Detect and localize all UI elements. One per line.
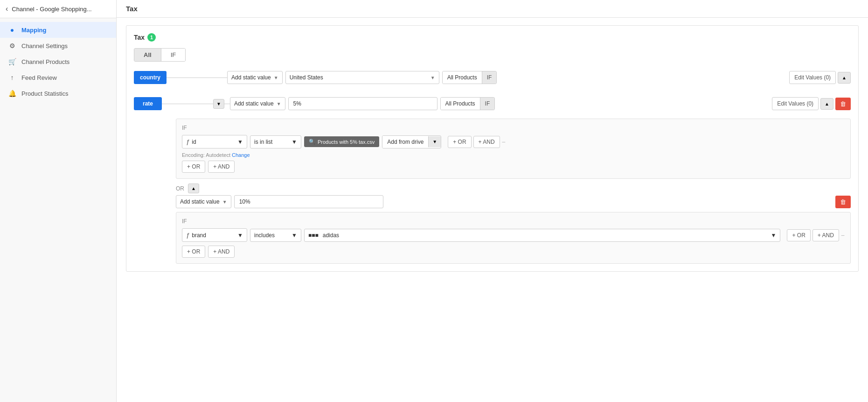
rate-if2-operator-caret: ▼ [292, 232, 297, 239]
encoding-row: Encoding: Autodetect Change [182, 152, 845, 158]
country-row-actions: Edit Values (0) ▲ [789, 71, 851, 84]
sidebar-item-feed-review[interactable]: ↑ Feed Review [0, 70, 116, 85]
country-scope-label: All Products [443, 71, 482, 84]
rate-if2-value-select[interactable]: ■■■ adidas ▼ [304, 229, 780, 242]
rate-if-field-label: id [192, 139, 196, 145]
or-divider-text: OR [176, 185, 184, 192]
back-icon[interactable]: ‹ [6, 5, 8, 13]
or-divider-arrow[interactable]: ▲ [188, 183, 199, 193]
rate-and-btn-right[interactable]: + AND [473, 136, 500, 148]
rate-if2-remove-btn[interactable]: − [841, 229, 845, 241]
rate-if-block-wrapper: IF ƒ id ▼ is in list [176, 115, 851, 264]
add-from-drive-btn[interactable]: Add from drive [382, 136, 428, 148]
sidebar-nav: ● Mapping ⚙ Channel Settings 🛒 Channel P… [0, 18, 116, 105]
rate-if2-value-label: adidas [323, 232, 339, 239]
rate-if-operator-label: is in list [254, 139, 272, 145]
rate-if2-and-btn[interactable]: + AND [812, 229, 839, 241]
rate-or-btn-bottom[interactable]: + OR [182, 161, 205, 173]
tab-if[interactable]: IF [161, 49, 186, 61]
country-source-caret: ▼ [274, 75, 278, 80]
settings-icon: ⚙ [7, 42, 17, 49]
rate-if2-operator-label: includes [254, 232, 275, 239]
tab-all[interactable]: All [134, 49, 161, 61]
stats-icon: 🔔 [7, 90, 17, 97]
adidas-icon: ■■■ [308, 232, 319, 239]
rate-if2-or-and: + OR + AND − [787, 229, 845, 241]
rate-value2-row: Add static value ▼ 🗑 [176, 195, 851, 208]
country-edit-values-btn[interactable]: Edit Values (0) [789, 71, 836, 84]
sidebar-label-feed-review: Feed Review [21, 74, 57, 81]
rate-source-dropdown[interactable]: Add static value ▼ [230, 97, 285, 110]
rate-if2-or-btn-bottom[interactable]: + OR [182, 246, 205, 258]
country-value-dropdown[interactable]: United States ▼ [285, 71, 439, 84]
country-value-caret: ▼ [431, 75, 435, 80]
tax-section: Tax 1 All IF country Add static value ▼ [126, 25, 859, 272]
rate-if-operator-select[interactable]: is in list ▼ [250, 135, 301, 148]
rate-if-field-icon: ƒ [186, 138, 189, 145]
rate-source-caret: ▼ [277, 101, 281, 106]
rate-scope-group: All Products IF [440, 97, 495, 110]
rate-file-tag: 🔍 Products with 5% tax.csv [304, 136, 379, 147]
country-collapse-btn[interactable]: ▲ [838, 72, 851, 84]
country-scope-if[interactable]: IF [482, 71, 497, 84]
rate-or-btn-right[interactable]: + OR [448, 136, 471, 148]
rate-row-actions: Edit Values (0) ▲ 🗑 [772, 97, 851, 110]
rate-if-block-2: IF ƒ brand ▼ includes [176, 212, 851, 264]
tax-title: Tax [134, 34, 145, 41]
country-source-dropdown[interactable]: Add static value ▼ [227, 71, 283, 84]
tax-badge: 1 [147, 33, 156, 42]
rate-if-field-select[interactable]: ƒ id ▼ [182, 135, 247, 148]
sidebar-item-product-statistics[interactable]: 🔔 Product Statistics [0, 85, 116, 101]
rate-or-and-right: + OR + AND − [448, 136, 506, 148]
sidebar-label-product-statistics: Product Statistics [21, 90, 68, 97]
sidebar-label-channel-settings: Channel Settings [21, 42, 68, 49]
rate-source2-label: Add static value [180, 198, 220, 205]
rate-if2-operator-select[interactable]: includes ▼ [250, 229, 301, 242]
rate-arrow-btn[interactable]: ▼ [213, 99, 224, 109]
rate-edit-values-btn[interactable]: Edit Values (0) [772, 97, 819, 110]
feed-icon: ↑ [7, 74, 17, 81]
encoding-label: Encoding: Autodetect [182, 152, 230, 158]
rate-if-area: IF ƒ id ▼ is in list [134, 115, 851, 264]
sidebar-title: Channel - Google Shopping... [12, 6, 91, 13]
rate-value-input-1[interactable] [288, 97, 437, 110]
rate-file-label: Products with 5% tax.csv [318, 139, 375, 145]
rate-if-row: ƒ id ▼ is in list ▼ [182, 135, 845, 148]
add-from-drive-caret-btn[interactable]: ▼ [428, 136, 441, 147]
rate-if-block: IF ƒ id ▼ is in list [176, 119, 851, 179]
content-area: Tax 1 All IF country Add static value ▼ [117, 18, 868, 279]
cart-icon: 🛒 [7, 58, 17, 65]
rate-and-btn-bottom[interactable]: + AND [208, 161, 235, 173]
rate-source2-caret: ▼ [222, 199, 227, 205]
rate-if2-field-icon: ƒ [186, 232, 189, 239]
rate-if2-and-btn-bottom[interactable]: + AND [208, 246, 235, 258]
rate-delete-btn-2[interactable]: 🗑 [835, 196, 851, 208]
rate-delete-btn[interactable]: 🗑 [835, 98, 851, 110]
rate-field-label[interactable]: rate [134, 97, 162, 110]
country-field-label[interactable]: country [134, 71, 167, 84]
rate-scope-if[interactable]: IF [480, 98, 495, 110]
sidebar-item-channel-products[interactable]: 🛒 Channel Products [0, 54, 116, 70]
sidebar-label-mapping: Mapping [21, 27, 46, 34]
add-from-drive-group: Add from drive ▼ [382, 135, 441, 148]
rate-source-label: Add static value [234, 100, 274, 107]
rate-collapse-btn[interactable]: ▲ [820, 98, 833, 110]
rate-remove-condition-btn[interactable]: − [502, 136, 506, 148]
country-controls: Add static value ▼ United States ▼ All P… [227, 71, 851, 84]
rate-if2-or-btn[interactable]: + OR [787, 229, 810, 241]
mapping-icon: ● [7, 26, 17, 34]
rate-value-input-2[interactable] [234, 195, 383, 208]
sidebar-header: ‹ Channel - Google Shopping... [0, 0, 116, 18]
rate-source2-dropdown[interactable]: Add static value ▼ [176, 195, 231, 208]
sidebar-item-channel-settings[interactable]: ⚙ Channel Settings [0, 38, 116, 54]
or-divider-row: OR ▲ [176, 183, 851, 193]
rate-if2-field-select[interactable]: ƒ brand ▼ [182, 228, 247, 242]
rate-if-operator-caret: ▼ [292, 139, 297, 145]
country-value-label: United States [290, 74, 323, 81]
tab-group: All IF [134, 48, 186, 62]
tax-title-row: Tax 1 [134, 33, 851, 42]
country-mapping-row: country Add static value ▼ United States… [134, 71, 851, 84]
sidebar-item-mapping[interactable]: ● Mapping [0, 22, 116, 38]
rate-scope-label: All Products [441, 98, 480, 110]
encoding-change-link[interactable]: Change [232, 152, 250, 158]
